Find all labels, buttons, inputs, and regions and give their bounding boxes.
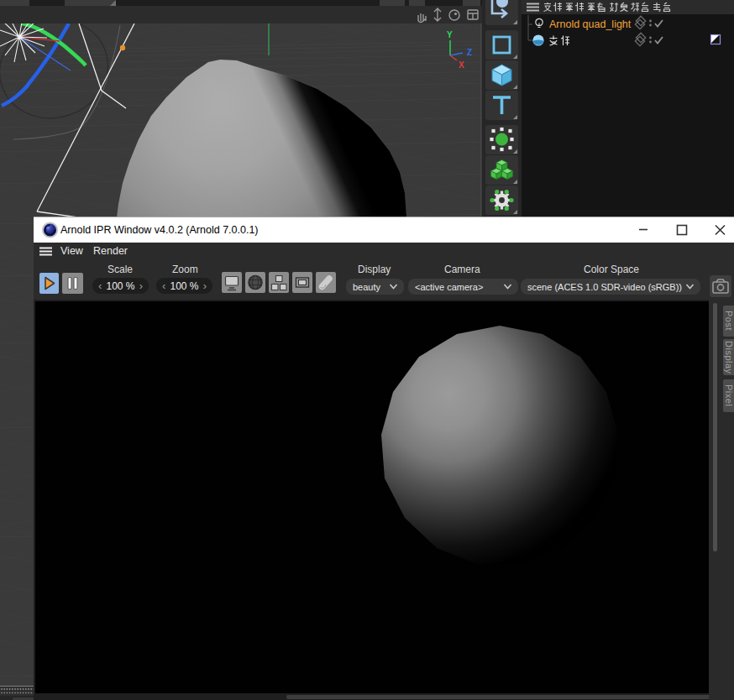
svg-text:Y: Y bbox=[447, 30, 453, 39]
svg-text:X: X bbox=[459, 60, 464, 70]
svg-text:Z: Z bbox=[467, 48, 472, 57]
